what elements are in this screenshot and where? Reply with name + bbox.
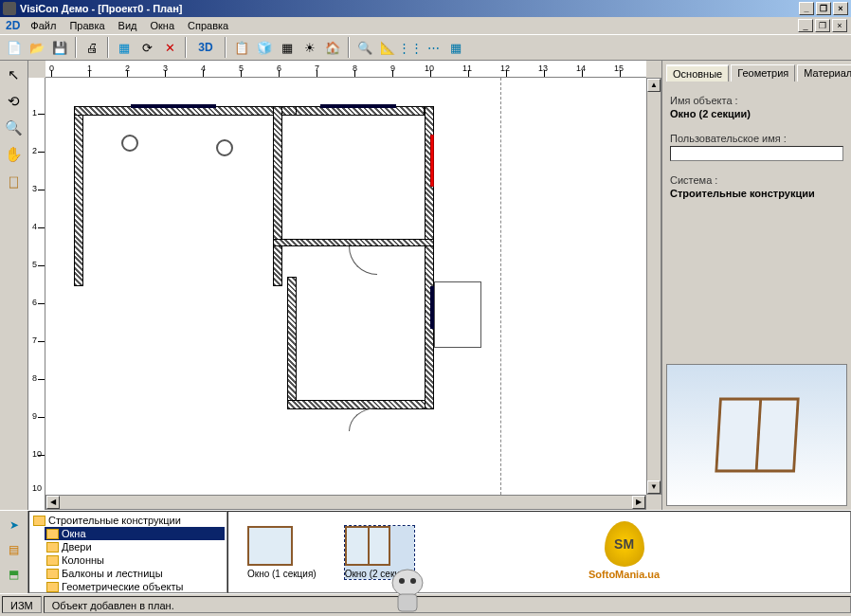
tab-geometry[interactable]: Геометрия [731, 64, 795, 82]
system-value: Строительные конструкции [670, 188, 843, 199]
menu-edit[interactable]: Правка [63, 19, 111, 32]
window-2-section-icon [345, 526, 390, 566]
library-toolbar: ➤ ▤ ⬒ [0, 511, 28, 593]
doc-minimize-button[interactable]: _ [798, 19, 813, 32]
main-area: ↖ ⟲ 🔍 ✋ ⎕ 0 1 2 3 4 5 6 7 8 9 10 11 12 1… [0, 61, 851, 510]
lib-tool-b-icon[interactable]: ▤ [4, 539, 25, 560]
drawing-canvas[interactable] [45, 78, 646, 495]
doc-close-button[interactable]: × [832, 19, 847, 32]
tab-main[interactable]: Основные [666, 64, 729, 82]
tree-item-balconies[interactable]: Балконы и лестницы [45, 567, 225, 580]
tree-root[interactable]: Строительные конструкции [31, 514, 225, 527]
preview-window-icon [715, 398, 799, 473]
app-icon [3, 2, 16, 15]
tool-c-icon[interactable]: 🧊 [254, 37, 275, 58]
new-icon[interactable]: 📄 [4, 37, 25, 58]
open-icon[interactable]: 📂 [27, 37, 47, 58]
doc-maximize-button[interactable]: ❐ [815, 19, 830, 32]
rotate-icon[interactable]: ⟳ [136, 37, 157, 58]
minimize-button[interactable]: _ [799, 2, 814, 15]
scroll-right-icon[interactable]: ▶ [632, 496, 645, 509]
svg-point-2 [410, 578, 416, 584]
window-1-section-icon [247, 526, 293, 566]
tool-b-icon[interactable]: 📋 [231, 37, 252, 58]
selected-window-object[interactable] [430, 135, 434, 187]
door-tool-icon[interactable]: ⎕ [4, 171, 25, 191]
watermark: SM SoftoMania.ua [588, 521, 660, 580]
ruler-vertical: 1 2 3 4 5 6 7 8 9 10 10 [28, 78, 45, 510]
menu-help[interactable]: Справка [181, 19, 235, 32]
tab-materials[interactable]: Материалы [797, 64, 851, 82]
save-icon[interactable]: 💾 [49, 37, 70, 58]
mode-3d-button[interactable]: 3D [191, 37, 220, 58]
svg-point-0 [392, 570, 423, 596]
balcony-object[interactable] [434, 281, 481, 348]
library-items: Окно (1 секция) Окно (2 секции) SM Softo… [227, 511, 851, 593]
tool-d-icon[interactable]: ☀ [299, 37, 320, 58]
menu-windows[interactable]: Окна [143, 19, 181, 32]
scroll-down-icon[interactable]: ▼ [647, 480, 661, 494]
rotate-tool-icon[interactable]: ⟲ [4, 91, 25, 112]
library-item-window-1[interactable]: Окно (1 секция) [247, 526, 317, 579]
scroll-up-icon[interactable]: ▲ [647, 79, 661, 92]
zoom-tool-icon[interactable]: 🔍 [4, 118, 25, 138]
delete-icon[interactable]: ✕ [159, 37, 180, 58]
snap-a-icon[interactable]: ⋮⋮ [400, 37, 421, 58]
column-object[interactable] [121, 135, 138, 152]
canvas-container: 0 1 2 3 4 5 6 7 8 9 10 11 12 13 14 15 1 … [28, 61, 661, 510]
horizontal-scrollbar[interactable]: ◀ ▶ [45, 495, 646, 510]
main-toolbar: 📄 📂 💾 🖨 ▦ ⟳ ✕ 3D 📋 🧊 ▦ ☀ 🏠 🔍 📐 ⋮⋮ ⋯ ▦ [0, 34, 851, 61]
status-message: Объект добавлен в план. [44, 596, 851, 613]
close-button[interactable]: × [833, 2, 848, 15]
tree-item-doors[interactable]: Двери [45, 540, 225, 553]
lib-tool-c-icon[interactable]: ⬒ [4, 564, 25, 585]
menu-bar: 2D Файл Правка Вид Окна Справка _ ❐ × [0, 17, 851, 34]
snap-c-icon[interactable]: ▦ [445, 37, 466, 58]
tool-e-icon[interactable]: 🏠 [322, 37, 343, 58]
menu-view[interactable]: Вид [112, 19, 144, 32]
status-mode: ИЗМ [2, 596, 42, 613]
grid-icon[interactable]: ▦ [277, 37, 298, 58]
maximize-button[interactable]: ❐ [816, 2, 831, 15]
pan-tool-icon[interactable]: ✋ [4, 144, 25, 165]
object-name-value: Окно (2 секции) [670, 108, 843, 119]
svg-rect-3 [398, 594, 417, 611]
object-name-label: Имя объекта : [670, 95, 843, 106]
title-bar: VisiCon Демо - [Проект0 - План] _ ❐ × [0, 0, 851, 17]
tree-item-columns[interactable]: Колонны [45, 553, 225, 567]
tool-a-icon[interactable]: ▦ [114, 37, 135, 58]
left-toolbar: ↖ ⟲ 🔍 ✋ ⎕ [0, 61, 28, 510]
tree-item-windows[interactable]: Окна [45, 527, 225, 540]
user-name-input[interactable] [670, 146, 843, 161]
shield-icon: SM [605, 521, 644, 567]
user-name-label: Пользовательское имя : [670, 133, 843, 144]
ruler-horizontal: 0 1 2 3 4 5 6 7 8 9 10 11 12 13 14 15 [45, 61, 646, 78]
snap-b-icon[interactable]: ⋯ [423, 37, 444, 58]
system-label: Система : [670, 174, 843, 186]
column-object[interactable] [216, 139, 233, 156]
select-tool-icon[interactable]: ↖ [4, 64, 25, 85]
menu-file[interactable]: Файл [24, 19, 63, 32]
svg-point-1 [399, 578, 405, 584]
vertical-scrollbar[interactable]: ▲ ▼ [646, 78, 661, 495]
properties-panel: Основные Геометрия Материалы Имя объекта… [661, 61, 851, 510]
page-break-line [500, 78, 501, 495]
robot-mascot-icon [379, 564, 436, 616]
print-icon[interactable]: 🖨 [81, 37, 102, 58]
scroll-left-icon[interactable]: ◀ [46, 496, 60, 509]
tree-item-geom[interactable]: Геометрические объекты [45, 580, 225, 593]
tool-f-icon[interactable]: 🔍 [354, 37, 375, 58]
library-tree[interactable]: Строительные конструкции Окна Двери Коло… [28, 511, 227, 593]
window-title: VisiCon Демо - [Проект0 - План] [20, 3, 182, 14]
tool-g-icon[interactable]: 📐 [377, 37, 398, 58]
lib-tool-a-icon[interactable]: ➤ [4, 515, 25, 535]
preview-3d-panel[interactable] [666, 364, 847, 506]
mode-2d-indicator[interactable]: 2D [2, 19, 24, 32]
